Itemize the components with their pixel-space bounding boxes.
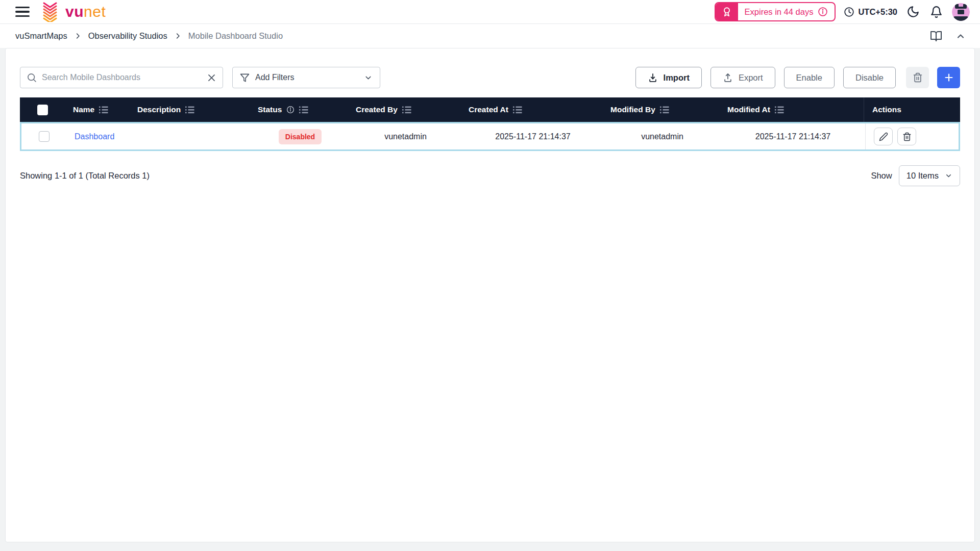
page-size-value: 10 Items [906, 171, 939, 181]
add-dashboard-button[interactable] [937, 67, 960, 88]
column-header-status: Status [250, 97, 348, 122]
open-book-icon [930, 30, 942, 42]
logo-vu: vu [65, 3, 84, 20]
documentation-button[interactable] [929, 29, 943, 43]
disable-label: Disable [855, 73, 884, 83]
trash-icon [913, 72, 923, 83]
breadcrumb-item-observability-studios[interactable]: Observability Studios [88, 31, 167, 41]
collapse-panel-button[interactable] [954, 30, 967, 42]
add-filters-dropdown[interactable]: Add Filters [232, 67, 380, 88]
chevron-up-icon [955, 31, 966, 41]
vunet-logo[interactable]: vunet [40, 2, 106, 22]
user-avatar[interactable] [952, 3, 970, 21]
plus-icon [943, 72, 954, 83]
cell-created-at: 2025-11-17 21:14:37 [462, 123, 604, 149]
toolbar: Add Filters Import Export Enable [20, 67, 960, 88]
chevron-down-icon [945, 172, 952, 180]
column-menu-icon[interactable] [99, 106, 108, 114]
import-label: Import [664, 73, 690, 83]
column-menu-icon[interactable] [513, 106, 522, 114]
table-row: Dashboard Disabled vunetadmin 2025-11-17… [20, 122, 960, 151]
logo-wordmark: vunet [65, 4, 106, 19]
cell-created-by: vunetadmin [349, 123, 462, 149]
logo-net: net [84, 3, 106, 20]
notifications-button[interactable] [929, 5, 944, 19]
add-filters-label: Add Filters [255, 73, 294, 82]
bulk-delete-button[interactable] [906, 67, 929, 88]
chevron-right-icon [174, 32, 182, 40]
column-menu-icon[interactable] [185, 106, 194, 114]
download-icon [648, 72, 658, 83]
clock-icon [844, 7, 854, 17]
breadcrumb-item-current: Mobile Dashboard Studio [188, 31, 283, 41]
cell-name: Dashboard [66, 123, 131, 149]
dark-mode-toggle[interactable] [905, 4, 921, 19]
status-info-icon[interactable] [286, 106, 295, 114]
column-menu-icon[interactable] [775, 106, 784, 114]
column-header-actions: Actions [864, 97, 960, 122]
pencil-icon [879, 132, 888, 141]
search-box [20, 67, 223, 88]
timezone-display: UTC+5:30 [844, 7, 897, 17]
info-icon [818, 7, 828, 17]
edit-row-button[interactable] [874, 128, 893, 145]
column-header-description: Description [129, 97, 250, 122]
moon-icon [906, 5, 920, 18]
enable-label: Enable [796, 73, 822, 83]
bell-icon [930, 6, 943, 18]
delete-row-button[interactable] [897, 128, 916, 145]
search-icon [27, 72, 37, 83]
column-header-created-by: Created By [348, 97, 460, 122]
records-summary: Showing 1-1 of 1 (Total Records 1) [20, 171, 150, 181]
license-expiry-badge[interactable]: Expires in 44 days [715, 2, 836, 21]
import-button[interactable]: Import [635, 67, 702, 88]
breadcrumb-bar: vuSmartMaps Observability Studios Mobile… [0, 24, 980, 48]
chevron-right-icon [74, 32, 82, 40]
cell-actions [865, 123, 959, 149]
breadcrumb-item-vusmartmaps[interactable]: vuSmartMaps [15, 31, 67, 41]
column-menu-icon[interactable] [660, 106, 669, 114]
column-menu-icon[interactable] [402, 106, 411, 114]
breadcrumb: vuSmartMaps Observability Studios Mobile… [15, 31, 283, 41]
disable-button[interactable]: Disable [843, 67, 896, 88]
table-footer: Showing 1-1 of 1 (Total Records 1) Show … [20, 165, 960, 186]
search-input[interactable] [42, 73, 202, 82]
page-size-select[interactable]: 10 Items [899, 165, 960, 186]
status-badge: Disabled [279, 129, 322, 144]
cell-description [131, 123, 251, 149]
app-header: vunet Expires in 44 days [0, 0, 980, 24]
hamburger-menu-icon[interactable] [15, 7, 30, 17]
cell-modified-by: vunetadmin [604, 123, 721, 149]
row-checkbox[interactable] [39, 131, 50, 142]
export-button[interactable]: Export [710, 67, 775, 88]
enable-button[interactable]: Enable [784, 67, 835, 88]
select-all-checkbox[interactable] [37, 105, 48, 115]
column-header-modified-at: Modified At [719, 97, 864, 122]
cell-status: Disabled [251, 123, 349, 149]
timezone-value: UTC+5:30 [858, 7, 897, 17]
chevron-down-icon [364, 73, 373, 82]
award-ribbon-icon [716, 3, 738, 20]
content-card: Add Filters Import Export Enable [5, 48, 975, 542]
cell-modified-at: 2025-11-17 21:14:37 [721, 123, 865, 149]
filter-funnel-icon [240, 73, 250, 83]
column-header-created-at: Created At [460, 97, 602, 122]
export-label: Export [739, 73, 763, 83]
page-body: Add Filters Import Export Enable [0, 48, 980, 542]
table-header: Name Description Status [20, 97, 960, 122]
column-menu-icon[interactable] [299, 106, 308, 114]
license-expiry-text: Expires in 44 days [745, 7, 814, 17]
vunet-chevron-logo-icon [40, 2, 60, 22]
show-label: Show [871, 171, 892, 181]
clear-search-icon[interactable] [207, 73, 216, 83]
column-header-modified-by: Modified By [602, 97, 719, 122]
trash-icon [902, 132, 912, 141]
upload-icon [723, 72, 733, 83]
dashboard-name-link[interactable]: Dashboard [75, 132, 114, 141]
column-header-name: Name [65, 97, 129, 122]
